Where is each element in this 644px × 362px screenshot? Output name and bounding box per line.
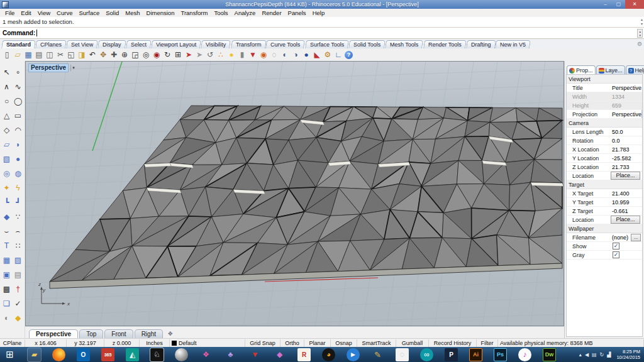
toolbar-tab-standard[interactable]: Standard (1, 40, 36, 48)
surface-offset-tool-button[interactable]: ▣ (1, 268, 13, 283)
toolbar-tab-visibility[interactable]: Visibility (201, 40, 231, 48)
taskbar-adobe-photoshop[interactable]: Ps (494, 348, 507, 361)
viewport-tab-front[interactable]: Front (104, 329, 133, 338)
zoom-selected-button[interactable]: ◉ (152, 50, 161, 60)
display-wireframe-button[interactable]: ◌ (270, 50, 279, 60)
toolbar-tab-render-tools[interactable]: Render Tools (423, 40, 467, 48)
restore-button[interactable]: ▢ (612, 0, 625, 9)
tray-printer-icon[interactable]: ▤ (592, 352, 597, 358)
save-file-button[interactable]: ▦ (24, 50, 33, 60)
status-filter[interactable]: Filter (477, 339, 498, 348)
move-button[interactable]: ✚ (109, 50, 118, 60)
menu-curve[interactable]: Curve (53, 9, 75, 17)
display-ghosted-button[interactable]: ◑ (291, 50, 300, 60)
status-cplane[interactable]: CPlane (0, 339, 25, 348)
fillet-edge-tool-button[interactable]: ┗ (1, 196, 13, 211)
paste-button[interactable]: ◨ (77, 50, 86, 60)
menu-view[interactable]: View (35, 9, 53, 17)
mesh-object[interactable] (50, 106, 564, 288)
toolbar-tab-curve-tools[interactable]: Curve Tools (265, 40, 305, 48)
help-button[interactable]: ? (345, 51, 353, 59)
open-file-button[interactable]: ▱ (13, 50, 22, 60)
spin-view-button[interactable]: ↺ (206, 50, 214, 60)
status-inches[interactable]: Inches (140, 339, 170, 348)
zoom-button[interactable]: ⊕ (120, 50, 129, 60)
taskbar-itunes[interactable]: ♪ (518, 348, 531, 361)
viewport-tab-right[interactable]: Right (135, 329, 163, 338)
toolbar-tab-transform[interactable]: Transform (231, 40, 266, 48)
viewport-tabs-move-icon[interactable]: ✥ (168, 331, 173, 338)
surface-revolve-tool-button[interactable]: ◗ (13, 138, 24, 153)
status-osnap[interactable]: Osnap (331, 339, 357, 348)
taskbar-diagram-app[interactable]: ❖ (199, 348, 213, 361)
menu-edit[interactable]: Edit (18, 9, 34, 17)
copy-button[interactable]: ◱ (67, 50, 75, 60)
circle-tool-button[interactable]: ○ (1, 95, 13, 109)
zoom-window-button[interactable]: ◲ (131, 50, 140, 60)
tray-tray-expand-icon[interactable]: ▴ (579, 352, 582, 358)
status-smarttrack[interactable]: SmartTrack (357, 339, 396, 348)
taskbar-adobe-dreamweaver[interactable]: Dw (543, 348, 556, 361)
options-gear-button[interactable]: ⚙ (323, 50, 332, 60)
menu-analyze[interactable]: Analyze (231, 9, 259, 17)
place-button[interactable]: Place... (611, 172, 640, 180)
ungroup-tool-button[interactable]: ▨ (13, 254, 24, 268)
taskbar-rhinoceros[interactable]: ♘ (150, 348, 164, 361)
dropdown-arrow-icon[interactable]: ▾ (641, 110, 643, 118)
viewport-layout-button[interactable]: ⊞ (174, 50, 182, 60)
point-grid-tool-button[interactable]: ∷ (13, 239, 24, 254)
check-selection-tool-button[interactable]: ✓ (13, 297, 24, 312)
property-value[interactable]: -0.661 (610, 208, 642, 214)
toolbar-tab-new-in-v5[interactable]: New in V5 (495, 40, 531, 48)
ellipse-tool-button[interactable]: ◯ (13, 95, 24, 109)
lock-button[interactable]: ▮ (238, 50, 247, 60)
menu-surface[interactable]: Surface (75, 9, 103, 17)
filename-value[interactable]: (none) (610, 234, 631, 241)
hatch-tool-button[interactable]: ▤ (13, 268, 24, 283)
taskbar-sketch-app[interactable]: ✎ (371, 348, 384, 361)
taskbar-red-arrow-app[interactable]: ▼ (248, 348, 262, 361)
arc-tool-button[interactable]: ◠ (13, 124, 24, 138)
single-point-tool-button[interactable]: ∘ (13, 66, 24, 80)
property-value[interactable]: -25.582 (610, 155, 642, 162)
toolbar-tab-surface-tools[interactable]: Surface Tools (305, 40, 349, 48)
viewport-title-label[interactable]: Perspective (28, 63, 69, 72)
rotate-view-button[interactable]: ↻ (163, 50, 172, 60)
curve-blend-tool-button[interactable]: ⌢ (13, 225, 24, 239)
render-preview-button[interactable]: ➤ (195, 50, 204, 60)
group-tool-button[interactable]: ▦ (1, 254, 13, 268)
viewport-menu-dropdown-icon[interactable]: ▾ (70, 65, 76, 71)
gem-tool-button[interactable]: ◆ (13, 312, 24, 326)
taskbar-clock[interactable]: 8:25 PM 10/24/2015 (616, 349, 642, 360)
taskbar-puzzle-app[interactable]: ◌ (396, 348, 409, 361)
taskbar-media-player[interactable]: ▶ (347, 348, 360, 361)
viewport-title-control[interactable]: Perspective ▾ (28, 63, 76, 72)
menu-tools[interactable]: Tools (211, 9, 231, 17)
display-rendered-button[interactable]: ● (302, 50, 311, 60)
toolbar-tab-drafting[interactable]: Drafting (466, 40, 496, 48)
menu-panels[interactable]: Panels (285, 9, 309, 17)
viewport-tab-perspective[interactable]: Perspective (29, 329, 78, 338)
pan-button[interactable]: ✥ (99, 50, 108, 60)
status-planar[interactable]: Planar (304, 339, 331, 348)
menu-render[interactable]: Render (258, 9, 284, 17)
box-tool-button[interactable]: ▧ (1, 153, 13, 167)
status-gumball[interactable]: Gumball (396, 339, 429, 348)
toolbar-gear-icon[interactable]: ⚙ (637, 41, 642, 47)
dimension-tool-button[interactable]: † (13, 283, 24, 297)
spinner-down-icon[interactable]: ▾ (639, 33, 641, 37)
taskbar-adobe-illustrator[interactable]: Ai (469, 348, 482, 361)
rectangle-tool-button[interactable]: ▭ (13, 109, 24, 124)
tray-network-icon[interactable]: ▟ (607, 352, 611, 358)
cplane-widget-button[interactable]: ∟ (334, 50, 343, 60)
color-wheel-button[interactable]: ◉ (259, 50, 268, 60)
lightbulb-button[interactable]: ● (227, 50, 236, 60)
menu-transform[interactable]: Transform (177, 9, 211, 17)
undo-button[interactable]: ↶ (88, 50, 97, 60)
toolbar-tab-mesh-tools[interactable]: Mesh Tools (386, 40, 424, 48)
status-grid-snap[interactable]: Grid Snap (245, 339, 280, 348)
taskbar-solidworks[interactable] (175, 348, 188, 361)
polygon-hex-tool-button[interactable]: ◇ (1, 124, 13, 138)
sphere-tool-button[interactable]: ● (13, 153, 24, 167)
properties-button[interactable]: ◫ (45, 50, 54, 60)
